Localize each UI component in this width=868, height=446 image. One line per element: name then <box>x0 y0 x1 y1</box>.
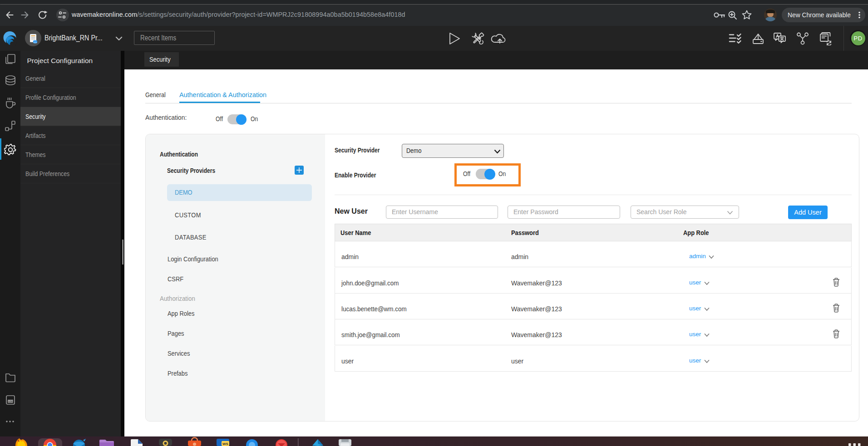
svg-text:LOG: LOG <box>8 400 14 403</box>
svg-text:WS: WS <box>222 442 229 446</box>
